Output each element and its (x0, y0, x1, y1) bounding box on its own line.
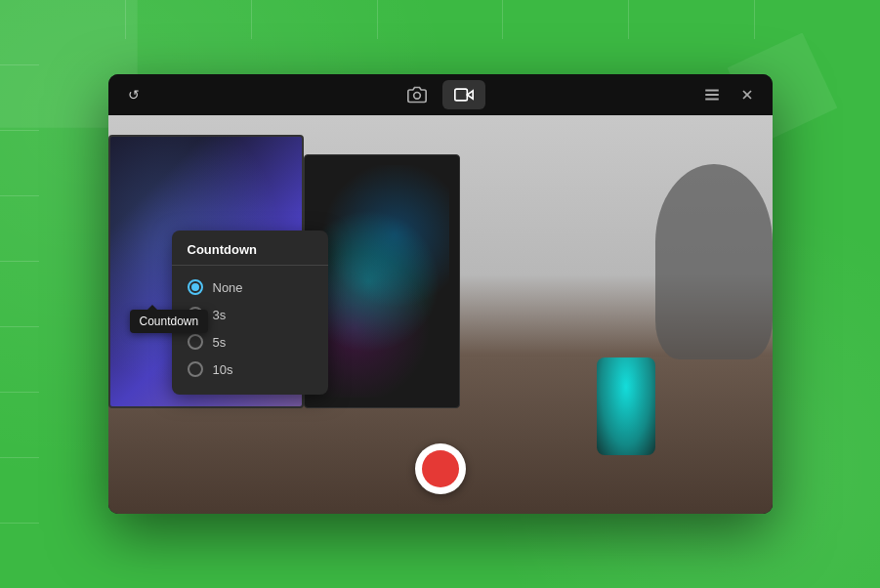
camera-view: Countdown None 3s 5s 10s (108, 115, 773, 514)
option-3s-label: 3s (213, 308, 227, 322)
radio-5s (188, 334, 203, 350)
radio-none (188, 279, 203, 295)
app-window: ↺ (108, 74, 773, 514)
option-none-label: None (213, 280, 243, 295)
grid-lines-left (0, 0, 49, 588)
close-button[interactable] (733, 81, 761, 108)
grid-lines-top (0, 0, 880, 49)
person-silhouette (655, 164, 773, 359)
title-bar-left: ↺ (120, 81, 147, 108)
tab-screenshot[interactable] (396, 80, 439, 109)
dropdown-divider (172, 265, 328, 266)
svg-point-0 (413, 93, 420, 100)
dropdown-option-10s[interactable]: 10s (172, 356, 328, 383)
record-button-container (415, 443, 466, 494)
title-bar: ↺ (108, 74, 773, 115)
svg-marker-1 (467, 91, 473, 99)
tab-video[interactable] (442, 80, 485, 109)
speaker (597, 357, 655, 455)
radio-10s (188, 361, 203, 377)
dropdown-title: Countdown (172, 242, 328, 265)
dropdown-option-none[interactable]: None (172, 273, 328, 301)
record-button[interactable] (415, 443, 466, 494)
countdown-tooltip: Countdown (130, 310, 209, 333)
option-10s-label: 10s (213, 362, 233, 377)
refresh-button[interactable]: ↺ (120, 81, 147, 108)
record-button-inner (422, 450, 459, 487)
title-bar-right (698, 81, 761, 108)
option-5s-label: 5s (213, 335, 227, 350)
title-bar-center (396, 80, 485, 109)
menu-button[interactable] (698, 81, 726, 108)
radio-none-inner (191, 283, 199, 291)
svg-rect-2 (454, 89, 467, 101)
